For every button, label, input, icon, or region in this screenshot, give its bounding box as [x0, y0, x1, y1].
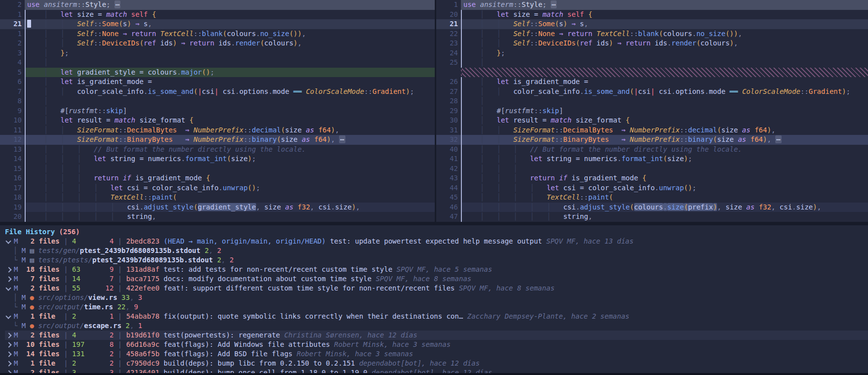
token-w [484, 107, 496, 115]
commit-row[interactable]: M 1 file | 2 2 | c7950dc9 build(deps): b… [5, 359, 868, 368]
code-line[interactable]: 28 │ [436, 96, 868, 106]
code-line[interactable]: 21 │ │ Self::Some(s) ⇒ s, [436, 19, 868, 29]
code-line[interactable]: 29 │ #[rustfmt::skip] [436, 106, 868, 116]
code-line[interactable]: 47 │ │ │ │ │ string, [436, 212, 868, 222]
token-w [484, 184, 496, 192]
code-line[interactable]: 11 │ │ SizeFormat::DecimalBytes ⇒ Number… [0, 125, 435, 135]
commit-row[interactable]: M 14 files | 131 2 | 458a6f5b feat(flags… [5, 349, 868, 359]
code-line[interactable]: 46 │ │ │ │ │ csi.adjust_style(colours.si… [436, 203, 868, 212]
token-w [501, 193, 513, 201]
code-line[interactable]: 44 │ │ │ │ let csi = color_scale_info.un… [436, 183, 868, 193]
token-w [80, 275, 110, 283]
code-line[interactable]: 8 │ [0, 96, 435, 106]
code-line[interactable]: 2 │ │ Self::DeviceIDs(ref ids) ⇒ return … [0, 39, 435, 48]
code-line[interactable]: 31 │ │ SizeFormat::DecimalBytes ⇒ Number… [436, 125, 868, 135]
code-line[interactable]: 27 │ │ color_scale_info.is_some_and(|csi… [436, 87, 868, 97]
commit-row[interactable]: M 18 files | 63 9 | 131ad8af test: add t… [5, 265, 868, 274]
code-line[interactable]: 20 │ let size = match self { [436, 10, 868, 20]
code-line[interactable]: 9 │ #[rustfmt::skip] [0, 106, 435, 116]
token-g: │ [77, 155, 81, 163]
file-entry-row[interactable]: └ M ▤ tests/ptests/ptest_2439b7d68089135… [5, 255, 868, 265]
token-w [463, 184, 480, 192]
code-line[interactable]: 7 │ │ color_scale_info.is_some_and(|csi|… [0, 87, 435, 97]
code-line[interactable]: 21 │ │ Self::Some(s) ⇒ s, [0, 19, 435, 29]
code-line[interactable]: 30 │ let result = match size_format { [436, 116, 868, 125]
code-line[interactable]: 40 │ │ │ // But format the number direct… [436, 145, 868, 155]
token-n: options [239, 87, 268, 95]
token-t: NumberPrefix [630, 135, 679, 143]
code-line[interactable]: 13 │ │ │ // But format the number direct… [0, 145, 435, 155]
code-line[interactable]: 14 │ │ │ let string = numerics.format_in… [0, 154, 435, 164]
code-line[interactable]: 5 │ let gradient_style = colours.major()… [0, 68, 435, 78]
token-w [27, 58, 44, 66]
code-line[interactable]: 19 │ │ │ │ │ csi.adjust_style(gradient_s… [0, 203, 435, 212]
code-line[interactable]: 25 │ [436, 58, 868, 68]
token-d: :: [530, 20, 538, 28]
file-entry-row[interactable]: └ M ● src/output/time.rs 22, 9 [5, 302, 868, 312]
token-g: │ [77, 165, 81, 172]
code-line[interactable]: 2use ansiterm::Style; ⋯ [0, 0, 435, 10]
token-hash: b19d61f0 [126, 331, 159, 339]
token-sep: | [113, 369, 126, 373]
code-line[interactable]: 12 │ │ SizeFormat::BinaryBytes ⇒ NumberP… [0, 135, 435, 145]
code-line[interactable]: 1 │ │ Self::None ⇒ return TextCell::blan… [0, 29, 435, 39]
commit-row[interactable]: M 2 files | 55 12 | 422efee0 feat!: supp… [5, 284, 868, 293]
token-w [463, 145, 480, 153]
code-line[interactable]: 3 │ }; [0, 48, 435, 58]
token-w [48, 203, 60, 211]
token-f: binary [252, 135, 277, 143]
file-entry-row[interactable]: └ M ● src/output/escape.rs 2, 1 [5, 321, 868, 331]
token-sep: | [60, 331, 72, 339]
code-text: │ │ │ [25, 164, 435, 174]
code-line[interactable]: 18 │ │ │ │ TextCell::paint( [0, 193, 435, 203]
token-w [76, 369, 109, 373]
token-v: BinaryBytes [127, 135, 173, 143]
code-line[interactable]: 1use ansiterm::Style; ⋯ [436, 0, 868, 10]
token-add: 197 [72, 340, 84, 348]
token-w [518, 212, 530, 220]
token-add: 55 [72, 284, 80, 292]
token-d: , [302, 30, 305, 38]
token-n: mode [272, 87, 293, 95]
code-text: │ [461, 96, 868, 106]
code-line[interactable]: 10 │ let result = match size_format { [0, 116, 435, 125]
code-line[interactable]: 17 │ │ │ │ let csi = color_scale_info.un… [0, 183, 435, 193]
code-line[interactable]: 45 │ │ │ │ TextCell::paint( [436, 193, 868, 203]
file-entry-row[interactable]: │ M ● src/options/view.rs 33, 3 [5, 293, 868, 302]
code-line[interactable]: 1 │ let size = match self { [0, 10, 435, 20]
token-w [463, 155, 480, 163]
code-line[interactable]: 32 │ │ SizeFormat::BinaryBytes ⇒ NumberP… [436, 135, 868, 145]
commit-row[interactable]: M 1 file | 2 1 | 54abab78 fix(output): q… [5, 312, 868, 321]
code-line[interactable]: 15 │ │ │ [0, 164, 435, 174]
commit-row[interactable]: M 2 files | 4 4 | 2bedc823 (HEAD → main,… [5, 237, 868, 246]
code-line[interactable]: 22 │ │ Self::None ⇒ return TextCell::bla… [436, 29, 868, 39]
token-w [48, 184, 60, 192]
token-k: return [94, 174, 119, 182]
code-line[interactable]: 23 │ │ Self::DeviceIDs(ref ids) ⇒ return… [436, 39, 868, 48]
code-line[interactable]: 24 │ }; [436, 48, 868, 58]
commit-row[interactable]: M 10 files | 197 8 | 66d16a9c feat(flags… [5, 340, 868, 349]
code-line[interactable]: 6 │ let is_gradient_mode = [0, 77, 435, 87]
token-fl: 2 files [26, 331, 59, 339]
token-b: ( [193, 203, 197, 211]
code-line[interactable]: 26 │ let is_gradient_mode = [436, 77, 868, 87]
code-line[interactable]: 4 │ [0, 58, 435, 68]
commit-row[interactable]: M 7 files | 14 7 | baca7175 docs: modify… [5, 274, 868, 284]
token-k: let [94, 155, 106, 163]
code-text: │ │ │ │ │ string, [461, 212, 868, 222]
token-k: use [463, 0, 480, 8]
code-line[interactable]: 16 │ │ │ return if is_gradient_mode { [0, 173, 435, 183]
commit-row[interactable]: M 2 files | 4 2 | b19d61f0 test(powertes… [5, 331, 868, 340]
deleted-line-filler[interactable] [436, 68, 868, 78]
code-line[interactable]: 20 │ │ │ │ │ string, [0, 212, 435, 222]
line-number: 25 [436, 58, 458, 68]
code-line[interactable]: 43 │ │ │ return if is_gradient_mode { [436, 173, 868, 183]
token-w [27, 78, 44, 85]
token-n: options [676, 87, 705, 95]
commit-row[interactable]: M 2 files | 3 3 | 42136401 build(deps): … [5, 368, 868, 373]
token-w [27, 30, 44, 38]
file-entry-row[interactable]: │ M ▤ tests/gen/ptest_2439b7d68089135b.s… [5, 246, 868, 255]
code-line[interactable]: 42 │ │ │ [436, 164, 868, 174]
code-line[interactable]: 41 │ │ │ let string = numerics.format_in… [436, 154, 868, 164]
token-w [98, 203, 110, 211]
